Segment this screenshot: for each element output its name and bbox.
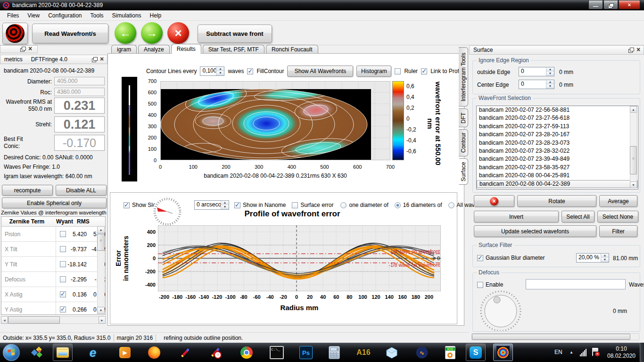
gaussian-blur-spinbox[interactable]: 20,00 % ▲▼ bbox=[576, 253, 609, 263]
pen-tool-icon[interactable] bbox=[178, 346, 192, 360]
zernike-vscroll-thumb[interactable]: ≡ bbox=[97, 234, 105, 251]
skype-icon[interactable]: S bbox=[469, 346, 483, 360]
one-diameter-radio[interactable] bbox=[340, 202, 347, 208]
center-edge-spinbox[interactable]: 0 ▲▼ bbox=[519, 80, 554, 89]
rotate-button[interactable]: Rotate bbox=[517, 195, 596, 207]
close-icon[interactable] bbox=[636, 48, 642, 53]
menu-item[interactable]: Configuration bbox=[44, 11, 86, 20]
recompute-button[interactable]: recompute bbox=[2, 185, 53, 196]
wavefront-list-scroll-thumb[interactable]: ≡ bbox=[630, 146, 637, 174]
profile-plot[interactable]: 1/8 wave on wavefront = 0 -1/8 wave on w… bbox=[158, 225, 441, 291]
menu-item[interactable]: Tools bbox=[86, 11, 108, 20]
menu-item[interactable]: Files bbox=[3, 11, 23, 20]
wavefront-list-item[interactable]: bandicam 2020-02-07 22-56-58-881 bbox=[477, 106, 638, 114]
media-player-icon[interactable]: ▶ bbox=[118, 346, 132, 360]
action-center-flag-icon[interactable]: × bbox=[591, 348, 600, 356]
close-icon[interactable] bbox=[28, 47, 33, 52]
defocus-waves-field[interactable] bbox=[526, 279, 626, 289]
zernike-enable-checkbox[interactable] bbox=[60, 306, 66, 313]
wavefront-list-item[interactable]: bandicam 2020-02-07 23-27-59-113 bbox=[477, 123, 638, 131]
contour-interval-spinbox[interactable]: 0,100 ▲▼ bbox=[200, 66, 224, 76]
diameter-field[interactable]: 405.000 bbox=[54, 77, 105, 85]
audacity-icon[interactable]: ∿ bbox=[415, 346, 429, 360]
vtab-contour[interactable]: Contour bbox=[459, 129, 468, 156]
wavefront-list-item[interactable]: bandicam 2020-02-07 23-27-56-618 bbox=[477, 114, 638, 122]
subtract-wavefront-button[interactable]: Subtract wave front bbox=[198, 25, 272, 43]
defocus-knob[interactable] bbox=[479, 289, 522, 331]
ico-converter-icon[interactable]: ICO bbox=[443, 346, 457, 360]
zernike-enable-checkbox[interactable] bbox=[60, 231, 66, 237]
roc-field[interactable]: 4360.000 bbox=[54, 88, 105, 96]
col-zernike-term[interactable]: Zernike Term bbox=[1, 218, 52, 225]
spin-down-icon[interactable]: ▼ bbox=[601, 258, 609, 262]
app-logo-button[interactable] bbox=[2, 23, 28, 44]
tab[interactable]: Results bbox=[171, 44, 201, 54]
chrome-icon[interactable] bbox=[239, 346, 254, 360]
tab[interactable]: Star Test, PSF, MTF bbox=[203, 45, 264, 54]
show-all-wavefronts-button[interactable]: Show All Wavefronts bbox=[287, 66, 353, 77]
wavefront-list-item[interactable]: bandicam 2020-02-07 23-28-20-167 bbox=[477, 131, 638, 139]
delete-selected-button[interactable]: × bbox=[474, 195, 514, 207]
average-button[interactable]: Average bbox=[599, 195, 637, 207]
spin-down-icon[interactable]: ▼ bbox=[221, 205, 229, 209]
filter-button[interactable]: Filter bbox=[599, 225, 637, 237]
ruler-checkbox[interactable] bbox=[395, 68, 401, 74]
pen-clock-icon[interactable]: ◷ bbox=[208, 346, 223, 360]
vtab-surface[interactable]: Surface bbox=[459, 158, 468, 185]
zernike-hscroll-thumb[interactable] bbox=[8, 316, 60, 324]
float-icon[interactable] bbox=[628, 48, 634, 53]
vtab-dft[interactable]: DFT bbox=[459, 108, 468, 127]
start-button[interactable] bbox=[3, 344, 20, 361]
show-slope-checkbox[interactable] bbox=[124, 202, 130, 208]
photoshop-icon[interactable]: Ps bbox=[299, 346, 313, 360]
contour-plot[interactable] bbox=[160, 81, 390, 160]
show-nanometers-checkbox[interactable] bbox=[234, 202, 240, 208]
close-icon[interactable] bbox=[99, 57, 105, 62]
minimize-button[interactable]: — bbox=[588, 0, 603, 9]
zernike-enable-checkbox[interactable] bbox=[60, 246, 66, 252]
wavefront-list-item[interactable]: bandicam 2020-02-07 23-58-35-927 bbox=[477, 164, 638, 172]
zernike-enable-checkbox[interactable] bbox=[60, 291, 66, 297]
rightdock-hscroll-thumb[interactable] bbox=[472, 334, 630, 340]
col-rms[interactable]: RMS bbox=[77, 218, 94, 225]
tab[interactable]: Analyze bbox=[138, 45, 170, 54]
defocus-enable-checkbox[interactable] bbox=[477, 282, 483, 288]
select-none-button[interactable]: Select None bbox=[597, 211, 638, 222]
invert-button[interactable]: Invert bbox=[474, 211, 559, 222]
spin-up-icon[interactable]: ▲ bbox=[546, 67, 554, 72]
network-signal-icon[interactable] bbox=[580, 349, 586, 356]
wavefront-list-item[interactable]: bandicam 2020-02-07 23-28-23-073 bbox=[477, 139, 638, 147]
prev-wavefront-button[interactable]: ← bbox=[115, 22, 136, 44]
outside-edge-spinbox[interactable]: 0 ▲▼ bbox=[519, 67, 554, 76]
spin-down-icon[interactable]: ▼ bbox=[546, 84, 554, 89]
spin-up-icon[interactable]: ▲ bbox=[221, 201, 229, 205]
scroll-up-icon[interactable]: ▲ bbox=[97, 226, 105, 233]
sixteen-diameters-radio[interactable] bbox=[395, 202, 401, 208]
wavefront-list[interactable]: bandicam 2020-02-07 22-56-58-881bandicam… bbox=[476, 106, 638, 189]
tab[interactable]: Ronchi Foucault bbox=[266, 45, 318, 54]
wavefront-list-item[interactable]: bandicam 2020-02-08 00-04-22-389 bbox=[477, 180, 638, 188]
float-icon[interactable] bbox=[20, 47, 26, 52]
menu-item[interactable]: Simulations bbox=[108, 11, 146, 20]
menu-item[interactable]: View bbox=[23, 11, 44, 20]
language-indicator[interactable]: EN bbox=[554, 349, 562, 355]
read-wavefront-button[interactable]: Read Wavefront/s bbox=[32, 24, 108, 43]
restore-button[interactable] bbox=[603, 0, 618, 9]
dftfringe-icon[interactable] bbox=[496, 346, 510, 360]
enable-spherical-button[interactable]: Enable Spherical only bbox=[2, 197, 107, 208]
slope-arcsec-spinbox[interactable]: 0 arcseco ▲▼ bbox=[194, 200, 229, 210]
gaussian-blur-checkbox[interactable] bbox=[477, 255, 483, 261]
diamond-app-icon[interactable] bbox=[30, 346, 44, 360]
update-selected-button[interactable]: Update selected wavefonts bbox=[474, 225, 596, 237]
scroll-right-icon[interactable]: ► bbox=[99, 316, 106, 324]
tab[interactable]: igram bbox=[111, 45, 137, 54]
show-desktop-button[interactable] bbox=[640, 343, 644, 362]
scroll-down-icon[interactable]: ▼ bbox=[630, 181, 637, 188]
fill-contour-checkbox[interactable] bbox=[247, 68, 253, 74]
float-icon[interactable] bbox=[92, 57, 98, 62]
scroll-up-icon[interactable]: ▲ bbox=[630, 106, 637, 113]
cube-3d-icon[interactable] bbox=[385, 346, 399, 360]
scroll-left-icon[interactable]: ◄ bbox=[1, 316, 8, 324]
spin-down-icon[interactable]: ▼ bbox=[546, 72, 554, 76]
zernike-enable-checkbox[interactable] bbox=[60, 261, 66, 267]
